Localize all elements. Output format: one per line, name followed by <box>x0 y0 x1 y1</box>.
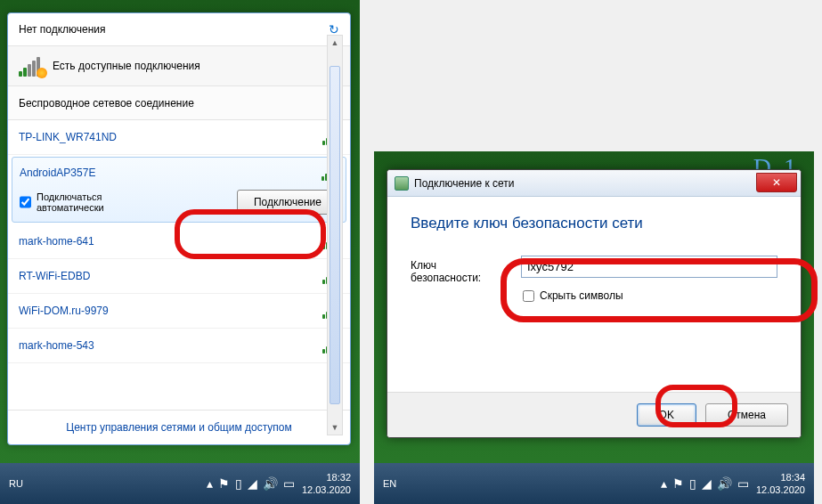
wireless-section-label: Беспроводное сетевое соединение <box>19 97 194 110</box>
dialog-titlebar[interactable]: Подключение к сети ✕ <box>387 170 801 197</box>
action-center-icon[interactable]: ▭ <box>737 476 749 491</box>
date-text: 12.03.2020 <box>302 484 351 496</box>
dialog-body: Введите ключ безопасности сети Ключ безо… <box>387 197 801 392</box>
network-ssid: RT-WiFi-EDBD <box>19 270 90 282</box>
auto-connect-checkbox[interactable]: Подключаться автоматически <box>20 191 126 213</box>
dialog-footer: OK Отмена <box>387 392 801 437</box>
battery-icon[interactable]: ▯ <box>235 476 242 491</box>
time-text: 18:32 <box>302 471 351 484</box>
security-key-row: Ключ безопасности: <box>411 256 777 284</box>
network-tray-icon[interactable]: ◢ <box>702 476 712 491</box>
flag-icon[interactable]: ⚑ <box>672 476 684 491</box>
network-center-link[interactable]: Центр управления сетями и общим доступом <box>66 421 292 434</box>
battery-icon[interactable]: ▯ <box>689 476 696 491</box>
tray-icons: ▴ ⚑ ▯ ◢ 🔊 ▭ <box>207 476 295 491</box>
network-flyout: Нет подключения ↻ Есть доступные подключ… <box>7 12 351 445</box>
tray-up-icon[interactable]: ▴ <box>661 476 667 491</box>
signal-with-alert-icon <box>19 55 44 77</box>
flag-icon[interactable]: ⚑ <box>218 476 230 491</box>
taskbar: RU ▴ ⚑ ▯ ◢ 🔊 ▭ 18:32 12.03.2020 <box>0 463 360 504</box>
connect-button[interactable]: Подключение <box>237 190 338 215</box>
tray-up-icon[interactable]: ▴ <box>207 476 213 491</box>
action-center-icon[interactable]: ▭ <box>283 476 295 491</box>
security-key-label: Ключ безопасности: <box>411 256 509 284</box>
network-item[interactable]: WiFi-DOM.ru-9979 <box>8 294 350 329</box>
network-flyout-panel: Нет подключения ↻ Есть доступные подключ… <box>0 0 360 504</box>
scrollbar[interactable]: ▲ ▼ <box>327 35 343 435</box>
time-text: 18:34 <box>756 471 805 484</box>
hide-characters-input[interactable] <box>523 290 534 302</box>
clock[interactable]: 18:34 12.03.2020 <box>756 471 805 497</box>
connection-status-text: Нет подключения <box>19 23 106 36</box>
close-button[interactable]: ✕ <box>756 173 797 192</box>
network-ssid: mark-home-641 <box>19 235 94 248</box>
network-list: TP-LINK_WR741ND AndroidAP357E Подключать… <box>8 120 350 410</box>
network-item[interactable]: mark-home-641 <box>8 224 350 259</box>
network-ssid: mark-home-543 <box>19 339 94 352</box>
flyout-header: Нет подключения ↻ <box>8 13 350 46</box>
cancel-button[interactable]: Отмена <box>705 403 788 427</box>
tray-icons: ▴ ⚑ ▯ ◢ 🔊 ▭ <box>661 476 749 491</box>
language-indicator[interactable]: RU <box>9 478 23 489</box>
scroll-thumb[interactable] <box>330 66 340 404</box>
ok-button[interactable]: OK <box>637 403 696 427</box>
auto-connect-label: Подключаться автоматически <box>37 191 126 213</box>
date-text: 12.03.2020 <box>756 484 805 496</box>
scroll-down-arrow-icon[interactable]: ▼ <box>328 420 342 435</box>
auto-connect-input[interactable] <box>20 196 31 208</box>
network-item[interactable]: RT-WiFi-EDBD <box>8 259 350 294</box>
network-tray-icon[interactable]: ◢ <box>248 476 257 491</box>
taskbar: EN ▴ ⚑ ▯ ◢ 🔊 ▭ 18:34 12.03.2020 <box>374 463 814 504</box>
close-icon: ✕ <box>772 176 781 189</box>
dialog-heading: Введите ключ безопасности сети <box>411 215 777 232</box>
network-dialog-icon <box>395 176 409 191</box>
clock[interactable]: 18:32 12.03.2020 <box>302 471 351 497</box>
network-item[interactable]: mark-home-543 <box>8 329 350 363</box>
scroll-up-arrow-icon[interactable]: ▲ <box>328 36 342 50</box>
available-row: Есть доступные подключения <box>8 46 350 86</box>
system-tray: ▴ ⚑ ▯ ◢ 🔊 ▭ 18:32 12.03.2020 <box>207 471 351 497</box>
selected-network-controls: Подключаться автоматически Подключение <box>20 190 338 215</box>
language-indicator[interactable]: EN <box>383 478 396 489</box>
network-ssid: TP-LINK_WR741ND <box>19 131 117 143</box>
wireless-section-header[interactable]: Беспроводное сетевое соединение ︿ <box>8 86 350 120</box>
hide-characters-label: Скрыть символы <box>540 289 623 302</box>
security-key-input[interactable] <box>521 256 777 278</box>
network-item[interactable]: TP-LINK_WR741ND <box>8 120 350 155</box>
dialog-title: Подключение к сети <box>414 177 514 190</box>
volume-icon[interactable]: 🔊 <box>263 476 278 491</box>
hide-characters-checkbox[interactable]: Скрыть символы <box>523 289 777 302</box>
volume-icon[interactable]: 🔊 <box>717 476 732 491</box>
available-connections-label: Есть доступные подключения <box>53 60 200 72</box>
network-item-selected[interactable]: AndroidAP357E Подключаться автоматически… <box>12 157 346 223</box>
network-ssid: WiFi-DOM.ru-9979 <box>19 305 109 317</box>
security-dialog-panel: D 1 Подключение к сети ✕ Введите ключ бе… <box>374 151 814 504</box>
connect-to-network-dialog: Подключение к сети ✕ Введите ключ безопа… <box>387 169 802 438</box>
flyout-footer: Центр управления сетями и общим доступом <box>8 410 350 444</box>
system-tray: ▴ ⚑ ▯ ◢ 🔊 ▭ 18:34 12.03.2020 <box>661 471 805 497</box>
network-ssid: AndroidAP357E <box>20 167 95 179</box>
